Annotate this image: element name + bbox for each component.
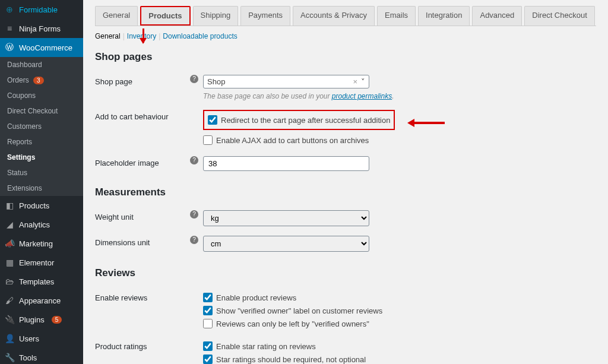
tab-integration[interactable]: Integration	[418, 6, 470, 26]
permalinks-link[interactable]: product permalinks	[332, 92, 392, 100]
submenu-dashboard[interactable]: Dashboard	[0, 57, 83, 72]
tab-emails[interactable]: Emails	[377, 6, 416, 26]
redirect-checkbox[interactable]	[208, 115, 217, 125]
sidebar-item-appearance[interactable]: 🖌Appearance	[0, 291, 83, 310]
submenu-reports[interactable]: Reports	[0, 134, 83, 150]
sidebar-item-ninja-forms[interactable]: ≡Ninja Forms	[0, 19, 83, 38]
submenu-extensions[interactable]: Extensions	[0, 181, 83, 196]
chevron-down-icon: ˅	[361, 77, 365, 86]
sidebar-item-plugins[interactable]: 🔌Plugins 5	[0, 310, 83, 329]
marketing-icon: 📣	[5, 239, 14, 248]
sidebar-item-products[interactable]: ◧Products	[0, 196, 83, 215]
sidebar-item-templates[interactable]: 🗁Templates	[0, 272, 83, 291]
section-reviews: Reviews	[95, 267, 596, 279]
section-shop-pages: Shop pages	[95, 51, 596, 63]
plugins-badge: 5	[52, 316, 62, 324]
elementor-icon: ▦	[5, 258, 14, 267]
label-dimensions-unit: Dimensions unit	[95, 236, 190, 247]
label-product-ratings: Product ratings	[95, 340, 190, 351]
verified-only-checkbox[interactable]	[203, 319, 213, 328]
sidebar-item-formidable[interactable]: ⊕Formidable	[0, 0, 83, 19]
help-icon[interactable]: ?	[190, 156, 198, 164]
templates-icon: 🗁	[5, 277, 14, 286]
label-placeholder-image: Placeholder image	[95, 156, 190, 167]
tab-general[interactable]: General	[95, 6, 138, 26]
enable-star-row[interactable]: Enable star rating on reviews	[203, 340, 596, 353]
dimensions-unit-select[interactable]: cm	[203, 236, 369, 252]
placeholder-image-input[interactable]	[203, 156, 369, 171]
annotation-arrow-left	[409, 122, 445, 124]
tools-icon: 🔧	[5, 353, 14, 362]
submenu-customers[interactable]: Customers	[0, 119, 83, 134]
submenu-coupons[interactable]: Coupons	[0, 88, 83, 103]
settings-main: General Products Shipping Payments Accou…	[83, 0, 608, 364]
clear-icon[interactable]: ×	[353, 77, 357, 86]
tab-accounts[interactable]: Accounts & Privacy	[293, 6, 375, 26]
users-icon: 👤	[5, 334, 14, 343]
annotation-arrow-down	[142, 29, 144, 43]
sidebar-item-users[interactable]: 👤Users	[0, 329, 83, 348]
label-weight-unit: Weight unit	[95, 210, 190, 221]
subsection-general[interactable]: General	[95, 32, 121, 40]
tab-direct-checkout[interactable]: Direct Checkout	[524, 6, 594, 26]
analytics-icon: ◢	[5, 220, 14, 229]
sidebar-item-analytics[interactable]: ◢Analytics	[0, 215, 83, 234]
label-shop-page: Shop page	[95, 75, 190, 86]
submenu-direct-checkout[interactable]: Direct Checkout	[0, 103, 83, 119]
verified-label-row[interactable]: Show "verified owner" label on customer …	[203, 304, 596, 317]
verified-only-row[interactable]: Reviews can only be left by "verified ow…	[203, 317, 596, 330]
settings-tabs: General Products Shipping Payments Accou…	[95, 6, 596, 26]
label-enable-reviews: Enable reviews	[95, 291, 190, 302]
shop-page-hint: The base page can also be used in your p…	[203, 92, 411, 100]
section-measurements: Measurements	[95, 186, 596, 198]
orders-badge: 3	[33, 77, 44, 84]
enable-star-checkbox[interactable]	[203, 341, 213, 351]
help-icon[interactable]: ?	[190, 236, 198, 244]
shop-page-select[interactable]: Shop×˅	[203, 75, 369, 88]
admin-sidebar: ⊕Formidable ≡Ninja Forms ⓌWooCommerce Da…	[0, 0, 83, 364]
verified-label-checkbox[interactable]	[203, 306, 213, 315]
tab-products[interactable]: Products	[140, 6, 190, 26]
star-required-row[interactable]: Star ratings should be required, not opt…	[203, 353, 596, 364]
submenu-settings[interactable]: Settings	[0, 150, 83, 165]
tab-advanced[interactable]: Advanced	[472, 6, 522, 26]
help-icon[interactable]: ?	[190, 75, 198, 83]
ninja-icon: ≡	[5, 24, 14, 33]
tab-payments[interactable]: Payments	[240, 6, 290, 26]
woo-submenu: Dashboard Orders 3 Coupons Direct Checko…	[0, 57, 83, 196]
submenu-orders[interactable]: Orders 3	[0, 72, 83, 88]
woo-icon: Ⓦ	[5, 43, 14, 52]
sidebar-item-woocommerce[interactable]: ⓌWooCommerce	[0, 38, 83, 57]
label-add-to-cart: Add to cart behaviour	[95, 110, 190, 121]
tab-shipping[interactable]: Shipping	[193, 6, 239, 26]
appearance-icon: 🖌	[5, 296, 14, 305]
formidable-icon: ⊕	[5, 5, 14, 14]
redirect-highlight: Redirect to the cart page after successf…	[203, 110, 395, 130]
enable-reviews-checkbox[interactable]	[203, 293, 213, 302]
submenu-status[interactable]: Status	[0, 165, 83, 181]
ajax-checkbox-row[interactable]: Enable AJAX add to cart buttons on archi…	[203, 134, 596, 147]
redirect-label: Redirect to the cart page after successf…	[221, 116, 390, 125]
sidebar-item-tools[interactable]: 🔧Tools	[0, 348, 83, 364]
sidebar-item-elementor[interactable]: ▦Elementor	[0, 253, 83, 272]
help-icon[interactable]: ?	[190, 210, 198, 219]
ajax-label: Enable AJAX add to cart buttons on archi…	[216, 136, 369, 145]
ajax-checkbox[interactable]	[203, 135, 213, 145]
redirect-checkbox-row[interactable]: Redirect to the cart page after successf…	[208, 113, 390, 126]
sidebar-item-marketing[interactable]: 📣Marketing	[0, 234, 83, 253]
weight-unit-select[interactable]: kg	[203, 210, 369, 226]
plugins-icon: 🔌	[5, 315, 14, 324]
products-icon: ◧	[5, 201, 14, 210]
enable-reviews-row[interactable]: Enable product reviews	[203, 291, 596, 304]
star-required-checkbox[interactable]	[203, 354, 213, 364]
